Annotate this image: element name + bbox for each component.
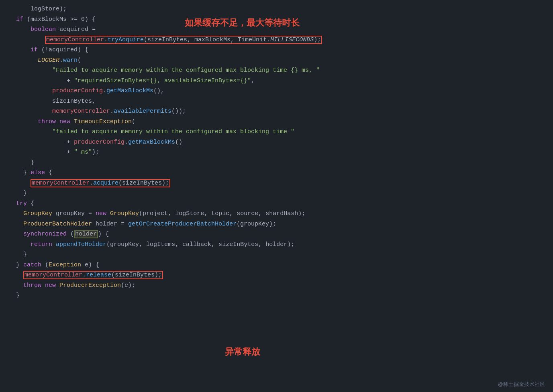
code-line: } bbox=[0, 250, 553, 260]
code-line: } bbox=[0, 188, 553, 199]
code-line: return appendToHolder(groupKey, logItems… bbox=[0, 240, 553, 250]
code-line: try { bbox=[0, 199, 553, 209]
code-line: sizeInBytes, bbox=[0, 96, 553, 107]
code-line: producerConfig.getMaxBlockMs(), bbox=[0, 86, 553, 96]
code-line-highlight1: memoryController.tryAcquire(sizeInBytes,… bbox=[0, 35, 553, 45]
code-line: } bbox=[0, 158, 553, 168]
code-line: "failed to acquire memory within the con… bbox=[0, 127, 553, 137]
code-line: synchronized (holder) { bbox=[0, 229, 553, 240]
code-line: } catch (Exception e) { bbox=[0, 260, 553, 270]
code-line: throw new ProducerException(e); bbox=[0, 280, 553, 291]
code-line: } else { bbox=[0, 168, 553, 178]
code-line: LOGGER.warn( bbox=[0, 55, 553, 66]
highlight-acquire: memoryController.acquire(sizeInBytes); bbox=[31, 179, 170, 187]
code-line: } bbox=[0, 290, 553, 301]
code-line: throw new TimeoutException( bbox=[0, 117, 553, 127]
code-line: ProducerBatchHolder holder = getOrCreate… bbox=[0, 219, 553, 230]
code-line: + "requiredSizeInBytes={}, availableSize… bbox=[0, 76, 553, 86]
code-line: if (maxBlockMs >= 0) { bbox=[0, 14, 553, 25]
code-line: GroupKey groupKey = new GroupKey(project… bbox=[0, 209, 553, 219]
code-line-highlight3: memoryController.release(sizeInBytes); bbox=[0, 270, 553, 280]
code-line: + producerConfig.getMaxBlockMs() bbox=[0, 137, 553, 148]
code-container: 如果缓存不足，最大等待时长 异常释放 logStore); if (maxBlo… bbox=[0, 0, 553, 305]
annotation-exception-release: 异常释放 bbox=[225, 344, 260, 359]
code-line-highlight2: memoryController.acquire(sizeInBytes); bbox=[0, 178, 553, 189]
highlight-holder: holder bbox=[74, 230, 98, 238]
code-line: "Failed to acquire memory within the con… bbox=[0, 65, 553, 76]
highlight-release: memoryController.release(sizeInBytes); bbox=[23, 271, 163, 279]
code-line: memoryController.availablePermits()); bbox=[0, 106, 553, 117]
code-line: + " ms"); bbox=[0, 147, 553, 158]
watermark: @稀土掘金技术社区 bbox=[498, 381, 545, 388]
highlight-tryacquire: memoryController.tryAcquire(sizeInBytes,… bbox=[45, 36, 322, 44]
code-line: if (!acquired) { bbox=[0, 45, 553, 55]
code-line: logStore); bbox=[0, 4, 553, 14]
code-line: boolean acquired = bbox=[0, 24, 553, 35]
